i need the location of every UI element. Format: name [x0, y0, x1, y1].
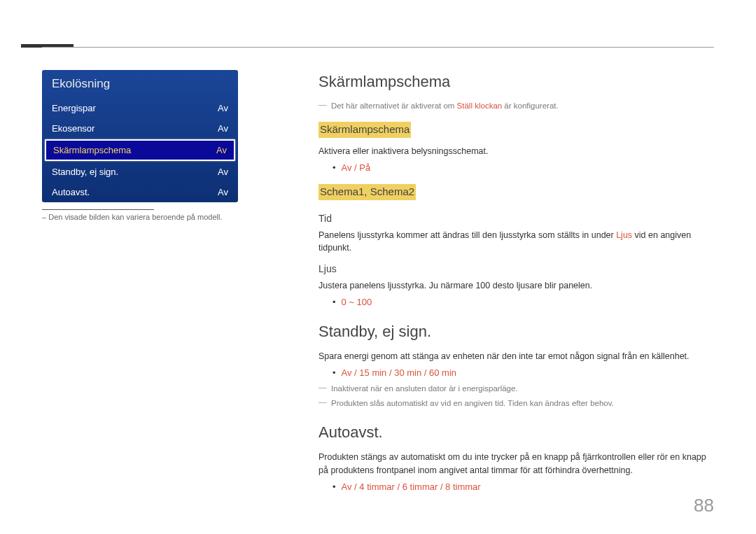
label-tid: Tid	[318, 211, 714, 226]
menu-item: SkärmlampschemaAv	[45, 139, 235, 161]
menu-item-label: Standby, ej sign.	[52, 167, 200, 177]
page-top-rule	[42, 47, 714, 48]
options-autoavst: Av / 4 timmar / 6 timmar / 8 timmar	[332, 480, 714, 494]
menu-item: Autoavst.Av	[42, 182, 238, 202]
desc-ljus: Justera panelens ljusstyrka. Ju närmare …	[318, 279, 714, 293]
menu-item-label: Autoavst.	[52, 187, 200, 197]
menu-title: Ekolösning	[42, 70, 238, 98]
range-ljus: 0 ~ 100	[332, 295, 714, 309]
desc-autoavst: Produkten stängs av automatiskt om du in…	[318, 451, 714, 477]
desc-tid: Panelens ljusstyrka kommer att ändras ti…	[318, 229, 714, 255]
image-disclaimer: – Den visade bilden kan variera beroende…	[42, 213, 238, 221]
menu-item-label: Ekosensor	[52, 123, 200, 134]
note-stall-klockan: Det här alternativet är aktiverat om Stä…	[318, 100, 714, 112]
desc-skarmlampschema: Aktivera eller inaktivera belysningssche…	[318, 145, 714, 158]
page-number: 88	[694, 495, 714, 517]
menu-item-value: Av	[200, 167, 228, 177]
eco-menu: Ekolösning EnergisparAvEkosensorAvSkärml…	[42, 70, 238, 202]
options-av-pa: Av / På	[332, 161, 714, 175]
menu-item-value: Av	[200, 187, 228, 197]
label-ljus: Ljus	[318, 262, 714, 276]
section-heading-autoavst: Autoavst.	[318, 421, 714, 444]
menu-item-value: Av	[199, 145, 227, 155]
subheading-schema: Schema1, Schema2	[318, 184, 416, 200]
footnote-rule	[42, 209, 154, 210]
menu-item: EnergisparAv	[42, 98, 238, 118]
menu-item-value: Av	[200, 103, 228, 113]
main-content: Skärmlampschema Det här alternativet är …	[318, 70, 714, 496]
subheading-skarmlampschema: Skärmlampschema	[318, 122, 411, 138]
options-standby: Av / 15 min / 30 min / 60 min	[332, 366, 714, 380]
desc-standby: Spara energi genom att stänga av enheten…	[318, 350, 714, 363]
menu-preview-panel: Ekolösning EnergisparAvEkosensorAvSkärml…	[42, 70, 238, 221]
note-standby-1: Inaktiverat när en ansluten dator är i e…	[318, 383, 714, 395]
menu-item-label: Energispar	[52, 103, 200, 113]
section-heading-skarmlampschema: Skärmlampschema	[318, 70, 714, 93]
menu-item: EkosensorAv	[42, 118, 238, 139]
menu-item: Standby, ej sign.Av	[42, 162, 238, 182]
note-standby-2: Produkten slås automatiskt av vid en ang…	[318, 398, 714, 409]
menu-item-label: Skärmlampschema	[53, 145, 199, 155]
section-heading-standby: Standby, ej sign.	[318, 320, 714, 343]
menu-item-value: Av	[200, 123, 228, 134]
